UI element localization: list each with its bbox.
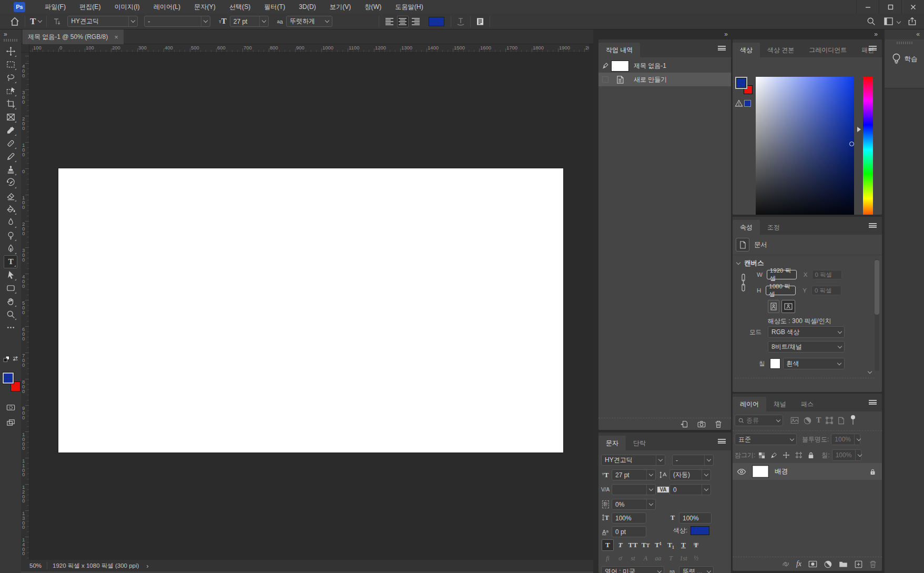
color-mode-select[interactable]: RGB 색상 xyxy=(768,326,845,338)
swap-colors-icon[interactable] xyxy=(12,355,19,362)
gamut-warning-icon[interactable] xyxy=(735,99,743,107)
tool-hand[interactable] xyxy=(4,295,17,308)
warp-text-icon[interactable] xyxy=(456,17,465,26)
tab-swatches[interactable]: 색상 견본 xyxy=(760,43,801,57)
new-group-icon[interactable] xyxy=(839,560,848,568)
add-adjustment-icon[interactable] xyxy=(824,560,832,568)
canvas-height-field[interactable]: 1080 픽셀 xyxy=(766,286,796,295)
fill-select[interactable]: 흰색 xyxy=(783,358,845,369)
anti-alias-select[interactable]: 뚜렷하게 xyxy=(286,16,332,27)
link-layers-icon[interactable] xyxy=(781,560,789,568)
color-gradient-box[interactable] xyxy=(756,77,854,215)
learn-panel-button[interactable]: 학습 xyxy=(885,39,924,88)
tool-blur[interactable] xyxy=(4,216,17,229)
new-snapshot-icon[interactable] xyxy=(697,420,706,428)
foreground-color-swatch[interactable] xyxy=(3,373,14,384)
hue-slider-handle[interactable] xyxy=(857,127,861,132)
tab-paragraph[interactable]: 단락 xyxy=(626,436,653,450)
char-opentype-button-4[interactable]: aa xyxy=(652,553,664,564)
link-dimensions-icon[interactable] xyxy=(740,274,747,291)
char-opentype-button-6[interactable]: 1st xyxy=(677,553,689,564)
color-menu-icon[interactable] xyxy=(869,46,877,51)
tool-path-select[interactable] xyxy=(4,268,17,282)
tab-layers[interactable]: 레이어 xyxy=(733,397,766,411)
canvas-x-field[interactable]: 0 픽셀 xyxy=(812,270,842,279)
canvas[interactable] xyxy=(58,168,563,453)
canvas-section-header[interactable]: 캔버스 xyxy=(737,259,764,268)
text-orientation-icon[interactable] xyxy=(52,16,62,27)
char-opentype-button-7[interactable]: ½ xyxy=(690,553,702,564)
tool-zoom[interactable] xyxy=(4,308,17,321)
tool-paint-bucket[interactable] xyxy=(4,203,17,216)
menu-item[interactable]: 편집(E) xyxy=(73,0,108,14)
tool-pen[interactable] xyxy=(4,242,17,255)
char-hscale-field[interactable]: 100% xyxy=(679,512,712,524)
menu-item[interactable]: 창(W) xyxy=(358,0,388,14)
zoom-level[interactable]: 50% xyxy=(29,562,42,569)
document-info[interactable]: 1920 픽셀 x 1080 픽셀 (300 ppi) xyxy=(53,562,139,570)
close-tab-icon[interactable]: × xyxy=(114,33,118,41)
tool-object-selection[interactable] xyxy=(4,84,17,97)
collapse-right-dock-icon[interactable]: » xyxy=(874,31,877,38)
new-doc-from-state-icon[interactable] xyxy=(680,420,688,428)
horizontal-ruler[interactable]: 1000100200300400500600700800900100011001… xyxy=(29,44,589,53)
char-style-button-4[interactable]: T¹ xyxy=(652,539,664,551)
tab-paths[interactable]: 패스 xyxy=(794,397,821,411)
char-size-select[interactable]: 27 pt xyxy=(612,469,656,480)
char-opentype-button-2[interactable]: st xyxy=(627,553,639,564)
toggle-panels-icon[interactable] xyxy=(475,17,485,26)
filter-pin-icon[interactable] xyxy=(850,415,856,426)
text-color-swatch[interactable] xyxy=(429,17,444,26)
delete-state-icon[interactable] xyxy=(715,420,722,428)
history-row-new[interactable]: 새로 만들기 xyxy=(598,73,731,86)
tab-history[interactable]: 작업 내역 xyxy=(598,43,640,57)
tool-shape[interactable] xyxy=(4,282,17,295)
menu-item[interactable]: 보기(V) xyxy=(323,0,358,14)
canvas-y-field[interactable]: 0 픽셀 xyxy=(811,286,841,295)
align-left-button[interactable] xyxy=(384,16,395,27)
tool-eraser[interactable] xyxy=(4,189,17,203)
char-opentype-button-5[interactable]: T xyxy=(665,553,677,564)
tool-type[interactable]: T xyxy=(4,255,17,268)
expand-learn-dock-icon[interactable]: « xyxy=(916,31,919,38)
home-icon[interactable] xyxy=(9,16,20,27)
font-style-select[interactable]: - xyxy=(144,16,210,27)
tab-character[interactable]: 문자 xyxy=(598,436,626,450)
tool-healing[interactable] xyxy=(4,137,17,150)
lock-transparency-icon[interactable] xyxy=(758,452,765,459)
search-icon[interactable] xyxy=(867,17,876,26)
history-source-slot[interactable] xyxy=(601,76,610,83)
char-leading-select[interactable]: (자동) xyxy=(669,469,711,480)
screen-mode-icon[interactable] xyxy=(4,416,17,429)
properties-scrollbar[interactable] xyxy=(875,259,879,371)
font-family-select[interactable]: HY견고딕 xyxy=(67,16,138,27)
portrait-icon[interactable] xyxy=(768,300,779,313)
char-font-family-select[interactable]: HY견고딕 xyxy=(601,455,665,466)
layer-visibility-icon[interactable] xyxy=(737,468,746,475)
char-style-button-0[interactable]: T xyxy=(602,539,614,551)
vertical-ruler[interactable]: 4 0 03 0 02 0 01 0 001 0 02 0 03 0 04 0 … xyxy=(21,53,29,560)
tool-crop[interactable] xyxy=(4,97,17,110)
menu-item[interactable]: 선택(S) xyxy=(222,0,258,14)
char-style-button-6[interactable]: T xyxy=(677,539,689,551)
tab-color[interactable]: 색상 xyxy=(733,43,760,57)
layer-filter-select[interactable]: 종류 xyxy=(735,415,783,426)
layers-menu-icon[interactable] xyxy=(869,400,877,405)
char-opentype-button-0[interactable]: fi xyxy=(602,553,614,564)
char-tsume-select[interactable]: 0% xyxy=(612,499,656,510)
landscape-icon[interactable] xyxy=(781,300,795,313)
history-menu-icon[interactable] xyxy=(718,46,726,51)
tab-properties[interactable]: 속성 xyxy=(733,220,760,235)
type-tool-preset[interactable]: T xyxy=(30,16,42,27)
close-button[interactable] xyxy=(901,0,924,14)
tool-pencil[interactable] xyxy=(4,150,17,163)
tool-frame[interactable] xyxy=(4,110,17,124)
fill-color-swatch[interactable] xyxy=(770,358,780,369)
char-kerning-select[interactable] xyxy=(612,484,656,495)
tool-edit-toolbar[interactable] xyxy=(4,321,17,334)
tool-clone-stamp[interactable] xyxy=(4,163,17,176)
char-aa-select[interactable]: 뚜렷 ... xyxy=(679,566,714,573)
tab-adjustments[interactable]: 조정 xyxy=(760,220,787,235)
history-row-open[interactable]: 제목 없음-1 xyxy=(598,59,731,73)
filter-type-icon[interactable]: T xyxy=(816,416,821,425)
